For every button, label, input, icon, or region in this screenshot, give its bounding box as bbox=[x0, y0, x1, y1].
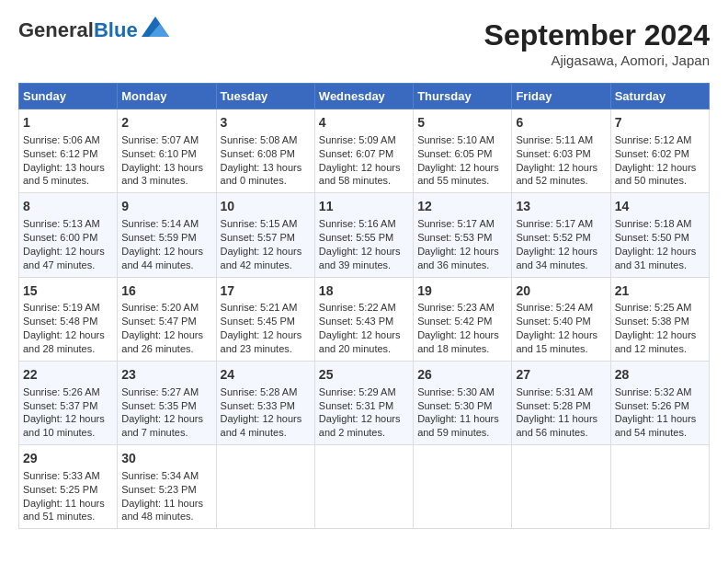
calendar-cell: 12Sunrise: 5:17 AMSunset: 5:53 PMDayligh… bbox=[414, 193, 512, 277]
day-number: 29 bbox=[23, 450, 113, 467]
day-detail: Sunset: 5:40 PM bbox=[516, 315, 606, 328]
header-friday: Friday bbox=[512, 84, 610, 109]
day-detail: and 4 minutes. bbox=[221, 426, 311, 440]
day-detail: and 56 minutes. bbox=[516, 426, 606, 440]
day-detail: Sunrise: 5:18 AM bbox=[615, 217, 705, 231]
calendar-cell bbox=[216, 445, 314, 529]
day-detail: Sunset: 6:12 PM bbox=[23, 147, 113, 161]
day-detail: Sunrise: 5:20 AM bbox=[121, 301, 211, 315]
day-detail: Daylight: 11 hours bbox=[121, 497, 211, 511]
day-detail: Sunset: 6:10 PM bbox=[121, 147, 211, 161]
day-detail: Sunset: 5:59 PM bbox=[121, 231, 211, 245]
calendar-cell: 26Sunrise: 5:30 AMSunset: 5:30 PMDayligh… bbox=[414, 361, 512, 444]
calendar-cell: 4Sunrise: 5:09 AMSunset: 6:07 PMDaylight… bbox=[314, 109, 413, 193]
calendar-cell bbox=[414, 445, 512, 529]
day-detail: Sunset: 5:25 PM bbox=[23, 483, 113, 497]
calendar-cell: 14Sunrise: 5:18 AMSunset: 5:50 PMDayligh… bbox=[610, 193, 709, 277]
calendar-cell: 17Sunrise: 5:21 AMSunset: 5:45 PMDayligh… bbox=[216, 277, 314, 361]
day-detail: and 52 minutes. bbox=[516, 174, 606, 188]
calendar-cell: 27Sunrise: 5:31 AMSunset: 5:28 PMDayligh… bbox=[512, 361, 610, 444]
day-detail: Daylight: 11 hours bbox=[417, 412, 507, 426]
calendar-cell: 19Sunrise: 5:23 AMSunset: 5:42 PMDayligh… bbox=[414, 277, 512, 361]
day-detail: Daylight: 12 hours bbox=[417, 245, 507, 259]
day-number: 12 bbox=[417, 198, 507, 215]
day-detail: Sunrise: 5:10 AM bbox=[417, 133, 507, 147]
calendar-week-row: 22Sunrise: 5:26 AMSunset: 5:37 PMDayligh… bbox=[19, 361, 710, 444]
calendar-header-row: SundayMondayTuesdayWednesdayThursdayFrid… bbox=[19, 84, 710, 109]
day-number: 7 bbox=[615, 114, 705, 132]
calendar-cell: 24Sunrise: 5:28 AMSunset: 5:33 PMDayligh… bbox=[216, 361, 314, 444]
day-detail: Sunset: 5:26 PM bbox=[615, 399, 705, 413]
calendar-cell: 2Sunrise: 5:07 AMSunset: 6:10 PMDaylight… bbox=[118, 109, 216, 193]
day-detail: Sunset: 6:05 PM bbox=[417, 147, 507, 161]
calendar-cell: 23Sunrise: 5:27 AMSunset: 5:35 PMDayligh… bbox=[118, 361, 216, 444]
calendar-cell: 29Sunrise: 5:33 AMSunset: 5:25 PMDayligh… bbox=[19, 445, 118, 529]
day-detail: Sunset: 5:23 PM bbox=[121, 483, 211, 497]
day-detail: Daylight: 12 hours bbox=[417, 161, 507, 175]
day-detail: Sunset: 5:38 PM bbox=[615, 315, 705, 328]
day-detail: and 47 minutes. bbox=[23, 259, 113, 272]
day-detail: and 54 minutes. bbox=[615, 426, 705, 440]
calendar-cell: 20Sunrise: 5:24 AMSunset: 5:40 PMDayligh… bbox=[512, 277, 610, 361]
day-detail: Daylight: 12 hours bbox=[121, 245, 211, 259]
day-number: 28 bbox=[615, 366, 705, 384]
month-title: September 2024 bbox=[484, 18, 710, 52]
day-detail: Sunrise: 5:14 AM bbox=[121, 217, 211, 231]
calendar-cell: 18Sunrise: 5:22 AMSunset: 5:43 PMDayligh… bbox=[314, 277, 413, 361]
day-detail: Sunset: 5:42 PM bbox=[417, 315, 507, 328]
day-detail: Daylight: 12 hours bbox=[23, 328, 113, 342]
day-detail: Daylight: 11 hours bbox=[615, 412, 705, 426]
day-detail: and 2 minutes. bbox=[319, 426, 409, 440]
day-detail: and 26 minutes. bbox=[121, 342, 211, 356]
day-detail: Sunset: 5:43 PM bbox=[319, 315, 409, 328]
day-detail: Daylight: 12 hours bbox=[615, 328, 705, 342]
day-number: 25 bbox=[319, 366, 409, 384]
day-number: 9 bbox=[121, 198, 211, 215]
day-detail: Sunset: 5:31 PM bbox=[319, 399, 409, 413]
calendar-table: SundayMondayTuesdayWednesdayThursdayFrid… bbox=[18, 83, 710, 529]
day-detail: Daylight: 12 hours bbox=[516, 328, 606, 342]
logo-text: GeneralBlue bbox=[18, 18, 138, 42]
day-number: 1 bbox=[23, 114, 113, 132]
day-detail: and 12 minutes. bbox=[615, 342, 705, 356]
day-number: 2 bbox=[121, 114, 211, 132]
day-detail: and 59 minutes. bbox=[417, 426, 507, 440]
calendar-cell bbox=[512, 445, 610, 529]
day-detail: Sunset: 5:35 PM bbox=[121, 399, 211, 413]
day-detail: Sunset: 5:45 PM bbox=[221, 315, 311, 328]
day-detail: Daylight: 13 hours bbox=[221, 161, 311, 175]
day-detail: and 34 minutes. bbox=[516, 259, 606, 272]
day-detail: Sunrise: 5:24 AM bbox=[516, 301, 606, 315]
header-monday: Monday bbox=[118, 84, 216, 109]
day-detail: Daylight: 12 hours bbox=[319, 161, 409, 175]
day-detail: Sunrise: 5:28 AM bbox=[221, 385, 311, 399]
day-number: 27 bbox=[516, 366, 606, 384]
day-detail: Daylight: 12 hours bbox=[121, 412, 211, 426]
header-sunday: Sunday bbox=[19, 84, 118, 109]
day-detail: Sunrise: 5:30 AM bbox=[417, 385, 507, 399]
calendar-week-row: 29Sunrise: 5:33 AMSunset: 5:25 PMDayligh… bbox=[19, 445, 710, 529]
header-wednesday: Wednesday bbox=[314, 84, 413, 109]
day-detail: Daylight: 11 hours bbox=[23, 497, 113, 511]
day-detail: and 31 minutes. bbox=[615, 259, 705, 272]
day-detail: Sunrise: 5:34 AM bbox=[121, 469, 211, 483]
calendar-cell: 5Sunrise: 5:10 AMSunset: 6:05 PMDaylight… bbox=[414, 109, 512, 193]
calendar-cell bbox=[610, 445, 709, 529]
calendar-cell: 3Sunrise: 5:08 AMSunset: 6:08 PMDaylight… bbox=[216, 109, 314, 193]
day-detail: Daylight: 12 hours bbox=[319, 328, 409, 342]
day-detail: Sunset: 5:37 PM bbox=[23, 399, 113, 413]
day-detail: and 42 minutes. bbox=[221, 259, 311, 272]
day-number: 20 bbox=[516, 282, 606, 300]
calendar-cell: 8Sunrise: 5:13 AMSunset: 6:00 PMDaylight… bbox=[19, 193, 118, 277]
logo-icon bbox=[142, 17, 169, 37]
day-number: 19 bbox=[417, 282, 507, 300]
day-detail: and 23 minutes. bbox=[221, 342, 311, 356]
day-number: 18 bbox=[319, 282, 409, 300]
day-detail: Sunrise: 5:12 AM bbox=[615, 133, 705, 147]
day-detail: and 5 minutes. bbox=[23, 174, 113, 188]
day-detail: Sunrise: 5:17 AM bbox=[417, 217, 507, 231]
day-detail: Daylight: 12 hours bbox=[615, 245, 705, 259]
day-detail: Daylight: 12 hours bbox=[121, 328, 211, 342]
day-detail: Sunrise: 5:16 AM bbox=[319, 217, 409, 231]
day-detail: and 7 minutes. bbox=[121, 426, 211, 440]
